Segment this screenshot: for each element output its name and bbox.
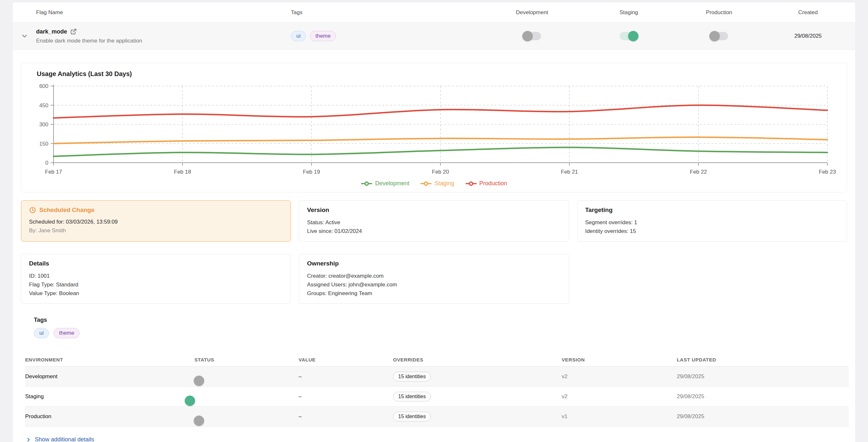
tags-section: Tags ui theme (34, 317, 847, 338)
legend-marker-icon (420, 181, 432, 186)
header-tags: Tags (291, 9, 484, 16)
flag-type: Flag Type: Standard (29, 280, 283, 289)
env-name: Staging (25, 393, 194, 400)
env-version: v1 (562, 413, 677, 420)
flag-detail-page: Flag Name Tags Development Staging Produ… (13, 3, 855, 442)
svg-text:Feb 23: Feb 23 (819, 169, 836, 175)
legend-item-development: Development (361, 180, 409, 187)
segment-overrides: Segment overrides: 1 (585, 218, 839, 227)
env-version: v2 (562, 393, 677, 400)
legend-item-staging: Staging (420, 180, 454, 187)
toggle-knob (194, 416, 204, 426)
env-row-development: Development – 15 identities v2 29/08/202… (25, 367, 849, 386)
legend-marker-icon (465, 181, 477, 186)
groups: Groups: Engineering Team (307, 289, 561, 298)
creator: Creator: creator@example.com (307, 272, 561, 280)
tag-theme: theme (54, 328, 80, 338)
tag-ui: ui (34, 328, 49, 338)
legend-item-production: Production (465, 180, 507, 187)
env-value: – (299, 373, 393, 380)
toggle-knob (194, 376, 204, 386)
env-header-last-updated: Last Updated (677, 357, 849, 363)
flags-table-header: Flag Name Tags Development Staging Produ… (13, 3, 855, 23)
flag-row-dark-mode[interactable]: dark_mode Enable dark mode theme for the… (13, 23, 855, 50)
svg-text:300: 300 (39, 122, 49, 128)
header-production: Production (677, 9, 761, 16)
version-live-since: Live since: 01/02/2024 (307, 227, 561, 236)
tags-section-title: Tags (34, 317, 847, 324)
env-name: Development (25, 373, 194, 380)
identity-overrides: Identity overrides: 15 (585, 227, 839, 236)
expand-chevron-button[interactable] (13, 32, 36, 40)
svg-text:600: 600 (39, 83, 49, 89)
development-toggle[interactable] (523, 32, 541, 40)
identities-badge[interactable]: 15 identities (393, 412, 431, 421)
header-staging: Staging (580, 9, 677, 16)
details-card-title: Details (29, 260, 283, 267)
env-header-value: Value (299, 357, 393, 363)
env-value: – (299, 413, 393, 420)
env-header-overrides: Overrides (393, 357, 562, 363)
header-development: Development (484, 9, 580, 16)
env-name: Production (25, 413, 194, 420)
scheduled-by: By: Jane Smith (29, 226, 283, 235)
identities-badge[interactable]: 15 identities (393, 392, 431, 401)
toggle-knob (709, 31, 720, 41)
ownership-card-title: Ownership (307, 260, 561, 267)
svg-text:Feb 21: Feb 21 (561, 169, 578, 175)
toggle-knob (522, 31, 533, 41)
env-row-staging: Staging – 15 identities v2 29/08/2025 (25, 386, 849, 407)
svg-text:450: 450 (39, 102, 49, 109)
scheduled-change-title: Scheduled Change (39, 206, 94, 213)
svg-text:0: 0 (45, 160, 49, 166)
environments-table-header: Environment Status Value Overrides Versi… (25, 353, 849, 367)
env-last-updated: 29/08/2025 (677, 393, 849, 400)
env-header-version: Version (562, 357, 677, 363)
external-link-icon[interactable] (70, 28, 77, 35)
info-cards: Scheduled Change Scheduled for: 03/03/20… (21, 200, 847, 304)
svg-text:Feb 20: Feb 20 (432, 169, 449, 175)
svg-text:Feb 22: Feb 22 (690, 169, 707, 175)
usage-line-chart: 0150300450600Feb 17Feb 18Feb 19Feb 20Feb… (21, 82, 847, 177)
tag-ui: ui (291, 31, 306, 41)
chart-legend: DevelopmentStagingProduction (21, 180, 847, 187)
svg-text:Feb 18: Feb 18 (174, 169, 191, 175)
scheduled-for: Scheduled for: 03/03/2026, 13:59:09 (29, 217, 283, 226)
chevron-down-icon (21, 32, 28, 40)
env-value: – (299, 393, 393, 400)
assigned-users: Assigned Users: john@example.com (307, 280, 561, 289)
legend-marker-icon (361, 181, 372, 186)
flag-name: dark_mode (36, 28, 67, 35)
header-flag-name: Flag Name (36, 9, 291, 16)
svg-text:Feb 19: Feb 19 (303, 169, 320, 175)
usage-analytics-card: Usage Analytics (Last 30 Days) 015030045… (21, 63, 847, 192)
toggle-knob (185, 396, 195, 406)
flag-id: ID: 1001 (29, 272, 283, 280)
targeting-card: Targeting Segment overrides: 1 Identity … (577, 200, 847, 242)
ownership-card: Ownership Creator: creator@example.com A… (299, 254, 569, 304)
svg-text:Feb 17: Feb 17 (45, 169, 62, 175)
env-version: v2 (562, 373, 677, 380)
show-additional-details-link[interactable]: Show additional details (26, 436, 855, 442)
identities-badge[interactable]: 15 identities (393, 372, 431, 381)
env-header-status: Status (194, 357, 299, 363)
details-card: Details ID: 1001 Flag Type: Standard Val… (21, 254, 291, 304)
version-card-title: Version (307, 206, 561, 213)
env-last-updated: 29/08/2025 (677, 413, 849, 420)
env-header-environment: Environment (25, 357, 194, 363)
tag-theme: theme (310, 31, 336, 41)
header-created: Created (761, 9, 855, 16)
flag-description: Enable dark mode theme for the applicati… (36, 38, 291, 44)
version-card: Version Status: Active Live since: 01/02… (299, 200, 569, 242)
chart-title: Usage Analytics (Last 30 Days) (21, 70, 847, 78)
clock-icon (29, 206, 36, 213)
version-status: Status: Active (307, 218, 561, 227)
staging-toggle[interactable] (620, 32, 638, 40)
env-row-production: Production – 15 identities v1 29/08/2025 (25, 407, 849, 427)
show-additional-details-label: Show additional details (35, 436, 94, 442)
value-type: Value Type: Boolean (29, 289, 283, 298)
targeting-card-title: Targeting (585, 206, 839, 213)
flag-created-date: 29/08/2025 (761, 33, 855, 39)
toggle-knob (628, 31, 639, 41)
production-toggle[interactable] (710, 32, 728, 40)
